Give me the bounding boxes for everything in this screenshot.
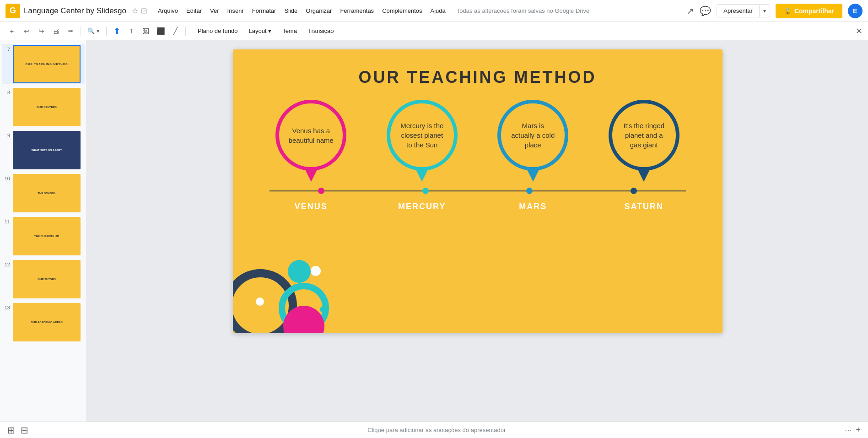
- menu-slide[interactable]: Slide: [280, 5, 301, 16]
- mars-dot: [526, 188, 533, 194]
- slide-preview-11: THE CURRICULUM: [13, 217, 81, 255]
- mars-pin: [527, 169, 539, 182]
- slide-thumb-11[interactable]: 11 THE CURRICULUM: [2, 216, 85, 256]
- slide-preview-inner-10: THE SCHOOL: [14, 175, 80, 211]
- timeline: [270, 186, 686, 195]
- save-status: Todas as alterações foram salvas no Goog…: [457, 7, 589, 14]
- slide-preview-inner-9: WHAT SETS US APART: [14, 132, 80, 168]
- line-button[interactable]: ╱: [169, 25, 182, 38]
- venus-pin: [305, 169, 318, 182]
- slide-preview-9: WHAT SETS US APART: [13, 131, 81, 169]
- comments-icon[interactable]: 💬: [700, 5, 711, 16]
- menu-ver[interactable]: Ver: [206, 5, 223, 16]
- slide-num-12: 12: [3, 262, 10, 267]
- slide-preview-inner-8: OUR CENTERS: [14, 89, 80, 125]
- zoom-dropdown-arrow: ▾: [97, 27, 100, 34]
- slide-title: OUR TEACHING METHOD: [233, 68, 722, 87]
- menu-complementos[interactable]: Complementos: [378, 5, 426, 16]
- notes-bar: ⊞ ⊟ Clique para adicionar as anotações d…: [0, 422, 868, 438]
- slide-num-11: 11: [3, 219, 10, 224]
- main-layout: 7 OUR TEACHING METHOD 8 OUR CENTERS 9 WH…: [0, 40, 868, 438]
- text-box-button[interactable]: T: [125, 25, 138, 38]
- planet-venus: Venus has a beautiful name: [275, 100, 346, 182]
- activity-icon[interactable]: ↗: [686, 5, 694, 16]
- top-bar: G Language Center by Slidesgo ☆ ⊡ Arquiv…: [0, 0, 868, 22]
- divider-1: [81, 27, 81, 36]
- slide-preview-inner-12: OUR TUTORS: [14, 261, 80, 297]
- canvas-area: OUR TEACHING METHOD Venus has a beautifu…: [87, 40, 868, 438]
- paint-format-button[interactable]: ✏: [64, 25, 77, 38]
- slide-thumb-9[interactable]: 9 WHAT SETS US APART: [2, 130, 85, 170]
- image-button[interactable]: 🖼: [140, 25, 152, 38]
- shapes-button[interactable]: ⬛: [154, 25, 167, 38]
- share-button[interactable]: 🔒 Compartilhar: [776, 4, 842, 18]
- venus-dot: [318, 188, 324, 194]
- menu-formatar[interactable]: Formatar: [248, 5, 280, 16]
- menu-arquivo[interactable]: Arquivo: [154, 5, 182, 16]
- slide-thumb-10[interactable]: 10 THE SCHOOL: [2, 173, 85, 213]
- slide-main[interactable]: OUR TEACHING METHOD Venus has a beautifu…: [233, 49, 722, 333]
- background-button[interactable]: Plano de fundo: [193, 26, 242, 36]
- menu-inserir[interactable]: Inserir: [224, 5, 248, 16]
- list-view-icon[interactable]: ⊟: [21, 425, 28, 436]
- venus-circle[interactable]: Venus has a beautiful name: [275, 100, 346, 171]
- slide-preview-inner-13: OUR ACADEMIC AREAS: [14, 304, 80, 341]
- menu-organizar[interactable]: Organizar: [302, 5, 335, 16]
- saturn-circle[interactable]: It's the ringed planet and a gas giant: [609, 100, 679, 171]
- present-dropdown-arrow[interactable]: ▾: [759, 5, 770, 17]
- mars-text: Mars is actually a cold place: [510, 121, 555, 150]
- saturn-label: SATURN: [603, 202, 685, 211]
- zoom-plus-icon[interactable]: +: [856, 425, 861, 435]
- slide-preview-7: OUR TEACHING METHOD: [13, 45, 81, 83]
- top-right-actions: ↗ 💬 Apresentar ▾ 🔒 Compartilhar E: [686, 4, 863, 18]
- expand-icon[interactable]: ⋯: [845, 426, 852, 434]
- star-icon[interactable]: ☆: [132, 6, 138, 15]
- menu-bar: Arquivo Editar Ver Inserir Formatar Slid…: [154, 5, 449, 16]
- lock-icon: 🔒: [784, 7, 792, 15]
- transition-button[interactable]: Transição: [303, 26, 339, 36]
- slide-thumb-8[interactable]: 8 OUR CENTERS: [2, 87, 85, 127]
- user-avatar[interactable]: E: [848, 4, 863, 18]
- slide-preview-10: THE SCHOOL: [13, 174, 81, 212]
- app-logo: G: [5, 4, 20, 18]
- present-button[interactable]: Apresentar ▾: [717, 4, 770, 17]
- collapse-button[interactable]: ✕: [856, 26, 863, 36]
- mercury-text: Mercury is the closest planet to the Sun: [399, 121, 445, 150]
- layout-button[interactable]: Layout ▾: [244, 26, 276, 36]
- mars-label: MARS: [492, 202, 574, 211]
- doc-title: Language Center by Slidesgo: [24, 6, 126, 16]
- saturn-text: It's the ringed planet and a gas giant: [621, 121, 667, 150]
- drive-icon[interactable]: ⊡: [141, 6, 147, 15]
- zoom-control[interactable]: 🔍 ▾: [85, 27, 102, 35]
- divider-2: [106, 27, 107, 36]
- grid-view-icon[interactable]: ⊞: [7, 425, 15, 436]
- redo-button[interactable]: ↪: [35, 25, 48, 38]
- slide-num-13: 13: [3, 305, 10, 310]
- zoom-icon: 🔍: [87, 27, 95, 34]
- mars-circle[interactable]: Mars is actually a cold place: [497, 100, 568, 171]
- slide-thumb-12[interactable]: 12 OUR TUTORS: [2, 259, 85, 299]
- menu-ajuda[interactable]: Ajuda: [427, 5, 449, 16]
- mercury-dot: [422, 188, 429, 194]
- planet-saturn: It's the ringed planet and a gas giant: [609, 100, 679, 182]
- menu-editar[interactable]: Editar: [183, 5, 205, 16]
- slide-num-8: 8: [3, 90, 10, 95]
- toolbar-slide-controls: Plano de fundo Layout ▾ Tema Transição: [193, 26, 339, 36]
- notes-right: ⋯ +: [845, 425, 861, 435]
- planet-labels: VENUS MERCURY MARS SATURN: [233, 202, 722, 211]
- add-button[interactable]: +: [5, 25, 18, 38]
- slide-thumb-7[interactable]: 7 OUR TEACHING METHOD: [2, 44, 85, 84]
- print-button[interactable]: 🖨: [49, 25, 62, 38]
- share-label: Compartilhar: [794, 7, 834, 15]
- slide-preview-inner-11: THE CURRICULUM: [14, 218, 80, 254]
- notes-placeholder[interactable]: Clique para adicionar as anotações do ap…: [36, 427, 837, 433]
- menu-ferramentas[interactable]: Ferramentas: [336, 5, 377, 16]
- undo-button[interactable]: ↩: [20, 25, 33, 38]
- mercury-circle[interactable]: Mercury is the closest planet to the Sun: [387, 100, 458, 171]
- venus-text: Venus has a beautiful name: [288, 126, 334, 145]
- cursor-button[interactable]: ⬆: [110, 25, 123, 38]
- planet-mars: Mars is actually a cold place: [497, 100, 568, 182]
- slide-thumb-13[interactable]: 13 OUR ACADEMIC AREAS: [2, 302, 85, 342]
- theme-button[interactable]: Tema: [278, 26, 302, 36]
- venus-label: VENUS: [270, 202, 352, 211]
